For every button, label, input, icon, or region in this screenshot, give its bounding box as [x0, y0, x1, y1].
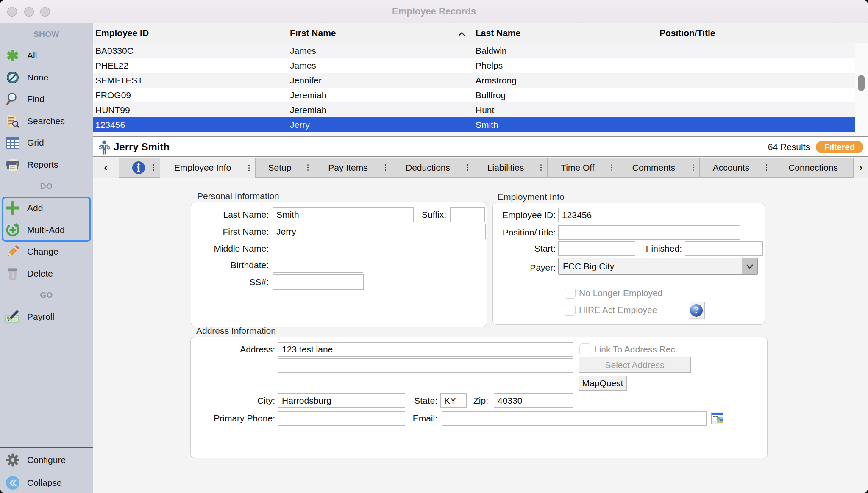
- filtered-badge[interactable]: Filtered: [816, 141, 863, 153]
- sidebar-divider: [0, 447, 93, 448]
- cell-last-name: Smith: [476, 117, 498, 132]
- suffix-input[interactable]: [450, 207, 485, 222]
- sidebar-item-reports[interactable]: Reports: [0, 157, 93, 172]
- tab-label: Time Off: [548, 158, 608, 178]
- sidebar-item-add[interactable]: Add: [0, 200, 93, 216]
- sidebar-item-collapse[interactable]: Collapse: [0, 475, 93, 490]
- sidebar-item-payroll[interactable]: Payroll: [0, 309, 93, 324]
- gear-icon: [5, 452, 20, 468]
- table-row[interactable]: SEMI-TEST Jennifer Armstrong: [93, 73, 855, 88]
- sidebar-item-delete[interactable]: Delete: [0, 266, 93, 281]
- sidebar-item-label: Change: [27, 244, 58, 259]
- birthdate-label: Birthdate:: [195, 258, 269, 273]
- sidebar-item-label: Configure: [27, 452, 66, 468]
- table-row[interactable]: FROG09 Jeremiah Bullfrog: [93, 88, 855, 102]
- no-longer-employed-checkbox[interactable]: [565, 288, 576, 299]
- sidebar-section-show: SHOW: [0, 29, 93, 40]
- payer-dropdown[interactable]: FCC Big City: [558, 258, 758, 275]
- column-header-employee-id[interactable]: Employee ID: [95, 23, 149, 43]
- table-row[interactable]: HUNT99 Jeremiah Hunt: [93, 102, 855, 117]
- sidebar-item-label: Delete: [27, 266, 53, 281]
- table-row[interactable]: PHEL22 James Phelps: [93, 58, 855, 73]
- payer-value: FCC Big City: [563, 258, 614, 274]
- cell-employee-id: PHEL22: [95, 58, 128, 73]
- last-name-input[interactable]: [273, 207, 414, 222]
- first-name-input[interactable]: [273, 224, 486, 239]
- tab-liabilities[interactable]: Liabilities: [474, 158, 547, 178]
- pencil-icon: [5, 244, 20, 259]
- sidebar-item-change[interactable]: Change: [0, 244, 93, 259]
- position-title-input[interactable]: [558, 225, 740, 240]
- tab-record-info[interactable]: [119, 158, 160, 178]
- tab-label: Liabilities: [474, 158, 537, 178]
- address-line2-input[interactable]: [278, 358, 573, 373]
- cell-employee-id: SEMI-TEST: [95, 73, 143, 88]
- address-info-title: Address Information: [196, 325, 276, 336]
- sidebar-item-all[interactable]: All: [0, 48, 93, 63]
- tab-accounts[interactable]: Accounts: [699, 158, 773, 178]
- tab-label: Deductions: [392, 158, 464, 178]
- trash-icon: [5, 266, 20, 281]
- sidebar-item-none[interactable]: None: [0, 70, 93, 85]
- tab-menu-dots: [540, 167, 542, 168]
- tab-label: Connections: [773, 158, 853, 178]
- address-label: Address:: [194, 342, 275, 357]
- tab-menu-dots: [611, 167, 612, 168]
- link-to-address-checkbox[interactable]: [579, 343, 591, 355]
- tab-connections[interactable]: Connections: [773, 158, 853, 178]
- address-line3-input[interactable]: [278, 375, 573, 389]
- no-longer-employed-label: No Longer Employed: [579, 288, 662, 299]
- sidebar-item-searches[interactable]: Searches: [0, 114, 93, 129]
- tab-employee-info[interactable]: Employee Info: [160, 158, 255, 178]
- tab-scroll-left[interactable]: ‹: [93, 158, 119, 178]
- finished-input[interactable]: [685, 241, 763, 256]
- city-input[interactable]: [278, 393, 405, 408]
- employee-table: BA0330C James Baldwin PHEL22 James Phelp…: [93, 43, 855, 136]
- email-app-icon[interactable]: [711, 412, 723, 426]
- sidebar-item-label: All: [27, 48, 37, 63]
- mapquest-button[interactable]: MapQuest: [579, 376, 627, 391]
- record-bar: Jerry Smith 64 Results Filtered: [93, 137, 868, 157]
- middle-name-input[interactable]: [273, 241, 413, 256]
- cell-employee-id: BA0330C: [95, 43, 134, 58]
- tab-pay-items[interactable]: Pay Items: [314, 158, 392, 178]
- sidebar-item-label: Add: [27, 200, 43, 216]
- sidebar: SHOW All None: [0, 23, 93, 493]
- address-line1-input[interactable]: [278, 342, 573, 357]
- tab-scroll-right[interactable]: ›: [853, 158, 868, 178]
- tab-setup[interactable]: Setup: [255, 158, 314, 178]
- column-header-first-name[interactable]: First Name: [290, 23, 336, 43]
- email-label: Email:: [394, 411, 437, 426]
- sidebar-item-grid[interactable]: Grid: [0, 135, 93, 150]
- ss-input[interactable]: [273, 274, 364, 290]
- tab-comments[interactable]: Comments: [618, 158, 699, 178]
- sidebar-item-configure[interactable]: Configure: [0, 452, 93, 468]
- column-divider-dotted: [472, 43, 472, 136]
- tab-menu-dots: [693, 167, 694, 168]
- tab-menu-dots: [248, 167, 250, 169]
- dropdown-button[interactable]: [742, 258, 757, 274]
- scrollbar-thumb[interactable]: [858, 75, 865, 91]
- sidebar-item-label: None: [27, 70, 48, 85]
- tab-menu-dots: [766, 167, 767, 168]
- hire-act-employee-checkbox[interactable]: [565, 305, 576, 316]
- tab-deductions[interactable]: Deductions: [392, 158, 474, 178]
- last-name-label: Last Name:: [195, 207, 269, 222]
- table-row[interactable]: BA0330C James Baldwin: [93, 43, 855, 58]
- tab-time-off[interactable]: Time Off: [547, 158, 618, 178]
- employee-id-input[interactable]: [558, 208, 671, 222]
- column-separator: [656, 27, 656, 39]
- select-address-button[interactable]: Select Address: [579, 357, 691, 373]
- column-header-last-name[interactable]: Last Name: [476, 23, 520, 43]
- table-row-selected[interactable]: 123456 Jerry Smith: [93, 117, 855, 132]
- sidebar-item-find[interactable]: Find: [0, 91, 93, 107]
- zip-input[interactable]: [494, 393, 573, 408]
- sidebar-item-multi-add[interactable]: Multi-Add: [0, 222, 93, 238]
- column-header-position-title[interactable]: Position/Title: [659, 23, 715, 43]
- sidebar-item-label: Grid: [27, 135, 44, 150]
- email-input[interactable]: [442, 411, 707, 426]
- sidebar-item-label: Searches: [27, 114, 65, 129]
- primary-phone-input[interactable]: [278, 411, 405, 426]
- birthdate-input[interactable]: [273, 258, 363, 273]
- help-button[interactable]: ?: [689, 302, 705, 319]
